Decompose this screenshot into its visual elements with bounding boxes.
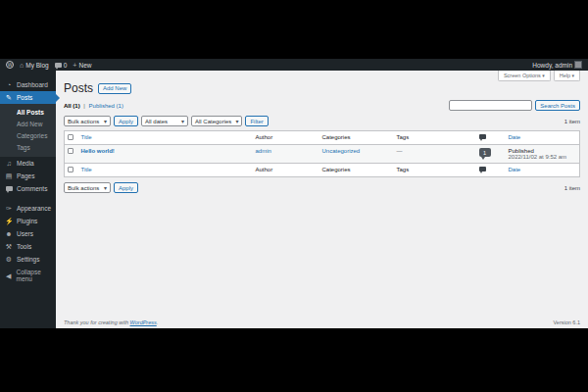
item-count: 1 item (564, 119, 580, 124)
users-icon: ☻ (5, 230, 13, 237)
sidebar-item-label: Users (17, 230, 33, 237)
column-header-date[interactable]: Date (506, 131, 580, 145)
submenu-item-add-new[interactable]: Add New (0, 118, 56, 129)
dates-filter-select[interactable]: All dates (141, 116, 188, 126)
sidebar-item-comments[interactable]: Comments (0, 182, 56, 195)
table-footer-row: Title Author Categories Tags Date (65, 164, 580, 177)
column-header-author: Author (253, 131, 319, 145)
post-tags-value: — (397, 148, 403, 154)
filter-all-link[interactable]: All (1) (64, 103, 80, 109)
apply-button-bottom[interactable]: Apply (114, 182, 138, 193)
column-footer-author: Author (253, 164, 319, 177)
categories-filter-select[interactable]: All Categories (191, 116, 242, 126)
dashboard-icon: ◔ (5, 81, 13, 88)
column-footer-tags: Tags (394, 164, 476, 177)
new-content-menu[interactable]: + New (73, 62, 91, 69)
sidebar-item-media[interactable]: ♫ Media (0, 157, 56, 170)
sidebar-item-posts[interactable]: ✎ Posts (0, 91, 56, 104)
admin-footer: Thank you for creating with WordPress. V… (64, 319, 580, 325)
column-footer-title[interactable]: Title (78, 164, 253, 177)
main-content: Screen Options Help Posts Add New All (1… (56, 71, 588, 328)
comment-count-bubble[interactable]: 1 (479, 148, 491, 157)
search-posts-button[interactable]: Search Posts (535, 100, 580, 111)
collapse-menu-label: Collapse menu (16, 269, 56, 282)
post-title-link[interactable]: Hello world! (81, 148, 115, 154)
post-category-link[interactable]: Uncategorized (322, 148, 361, 154)
apply-button[interactable]: Apply (114, 116, 138, 126)
sidebar-item-settings[interactable]: ⚙ Settings (0, 253, 56, 266)
post-author-link[interactable]: admin (256, 148, 271, 154)
column-header-tags: Tags (394, 131, 476, 145)
my-account-menu[interactable]: Howdy, admin (532, 61, 582, 69)
filter-published-link[interactable]: Published (1) (89, 103, 123, 109)
sidebar-item-label: Posts (17, 94, 32, 101)
admin-bar: W ⌂ My Blog 0 + New Howdy, admin (0, 59, 588, 71)
sidebar-item-label: Appearance (17, 205, 51, 212)
footer-thanks: Thank you for creating with WordPress. (64, 319, 158, 325)
posts-submenu: All Posts Add New Categories Tags (0, 104, 56, 157)
site-name-link[interactable]: ⌂ My Blog (20, 62, 49, 69)
letterboxed-screenshot: W ⌂ My Blog 0 + New Howdy, admin (0, 0, 588, 392)
column-header-categories: Categories (319, 131, 394, 145)
comments-bubble-icon (55, 63, 62, 68)
submenu-item-categories[interactable]: Categories (0, 129, 56, 141)
sidebar-item-dashboard[interactable]: ◔ Dashboard (0, 78, 56, 91)
settings-icon: ⚙ (5, 256, 13, 263)
status-filter-links: All (1) | Published (1) (64, 103, 123, 109)
screen-options-tab[interactable]: Screen Options (498, 71, 551, 81)
sidebar-item-plugins[interactable]: ⚡ Plugins (0, 215, 56, 227)
footer-thanks-text: Thank you for creating with (64, 319, 130, 325)
wordpress-logo-menu[interactable]: W (6, 61, 14, 69)
sidebar-item-pages[interactable]: ▤ Pages (0, 170, 56, 182)
select-all-checkbox[interactable] (68, 134, 74, 140)
new-label: New (78, 62, 91, 69)
help-tab[interactable]: Help (554, 71, 580, 81)
add-new-button[interactable]: Add New (98, 83, 131, 94)
sidebar-item-label: Pages (17, 172, 34, 179)
column-header-comments[interactable] (476, 131, 506, 145)
tablenav-bottom: Bulk actions Apply 1 item (64, 182, 580, 193)
sidebar-item-label: Dashboard (17, 81, 48, 88)
tools-icon: ⚒ (5, 243, 13, 250)
post-row: Hello world! admin Uncategorized — 1 Pub… (65, 145, 580, 164)
column-header-title[interactable]: Title (78, 131, 253, 145)
plus-icon: + (73, 62, 76, 69)
sidebar-item-tools[interactable]: ⚒ Tools (0, 240, 56, 253)
sidebar-item-appearance[interactable]: ✑ Appearance (0, 202, 56, 215)
media-icon: ♫ (5, 160, 13, 167)
search-input[interactable] (449, 100, 532, 111)
screen-meta-tabs: Screen Options Help (498, 71, 580, 81)
search-box: Search Posts (449, 100, 580, 111)
admin-bar-left: W ⌂ My Blog 0 + New (6, 61, 91, 69)
site-name-label: My Blog (25, 62, 48, 69)
admin-body: ◔ Dashboard ✎ Posts All Posts Add New Ca… (0, 71, 588, 328)
submenu-item-tags[interactable]: Tags (0, 141, 56, 153)
item-count-bottom: 1 item (564, 185, 580, 191)
admin-bar-comments-link[interactable]: 0 (55, 62, 68, 69)
sidebar-item-label: Plugins (17, 218, 37, 224)
appearance-icon: ✑ (5, 205, 13, 212)
sidebar-item-label: Settings (17, 256, 40, 263)
select-all-checkbox-bottom[interactable] (68, 167, 74, 172)
column-footer-date[interactable]: Date (506, 164, 580, 177)
bulk-actions-select[interactable]: Bulk actions (64, 116, 111, 126)
table-header-row: Title Author Categories Tags Date (65, 131, 580, 145)
comments-column-icon (479, 167, 486, 172)
wordpress-admin-window: W ⌂ My Blog 0 + New Howdy, admin (0, 59, 588, 328)
collapse-menu-button[interactable]: ◀ Collapse menu (0, 266, 56, 285)
wordpress-link[interactable]: WordPress (130, 319, 157, 325)
bulk-actions-select-bottom[interactable]: Bulk actions (64, 182, 111, 193)
admin-sidebar: ◔ Dashboard ✎ Posts All Posts Add New Ca… (0, 71, 56, 328)
column-footer-comments[interactable] (476, 164, 506, 177)
sidebar-item-users[interactable]: ☻ Users (0, 227, 56, 240)
submenu-item-all-posts[interactable]: All Posts (0, 106, 56, 118)
row-checkbox[interactable] (68, 148, 74, 154)
filter-button[interactable]: Filter (245, 116, 268, 126)
wordpress-logo-icon: W (6, 61, 14, 69)
bulk-actions-group: Bulk actions Apply All dates All Categor… (64, 116, 269, 126)
comments-icon (5, 185, 13, 192)
filter-separator: | (83, 103, 85, 109)
home-icon: ⌂ (20, 62, 24, 69)
posts-table: Title Author Categories Tags Date Hello … (64, 130, 580, 177)
footer-thanks-period: . (157, 319, 159, 325)
